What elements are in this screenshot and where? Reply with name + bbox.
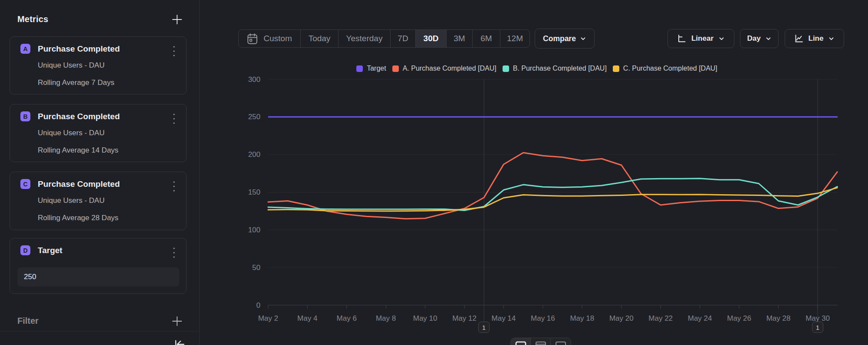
svg-text:May 18: May 18	[570, 314, 594, 322]
svg-text:250: 250	[248, 113, 260, 121]
svg-text:300: 300	[248, 75, 260, 84]
svg-text:May 22: May 22	[648, 314, 673, 322]
svg-text:May 6: May 6	[337, 314, 357, 322]
svg-text:May 16: May 16	[531, 314, 555, 322]
svg-text:200: 200	[248, 150, 260, 159]
svg-text:50: 50	[252, 264, 260, 272]
svg-text:May 24: May 24	[688, 314, 712, 322]
svg-text:May 12: May 12	[452, 314, 477, 322]
svg-text:May 20: May 20	[609, 314, 634, 322]
svg-text:0: 0	[256, 301, 260, 309]
svg-text:May 4: May 4	[297, 314, 317, 322]
svg-text:May 8: May 8	[376, 314, 396, 322]
svg-text:May 26: May 26	[727, 314, 751, 322]
svg-text:May 2: May 2	[258, 314, 278, 322]
svg-text:May 28: May 28	[766, 314, 791, 322]
svg-text:100: 100	[248, 226, 260, 234]
svg-text:150: 150	[248, 188, 260, 196]
svg-text:May 14: May 14	[492, 314, 516, 322]
svg-text:May 10: May 10	[413, 314, 437, 322]
